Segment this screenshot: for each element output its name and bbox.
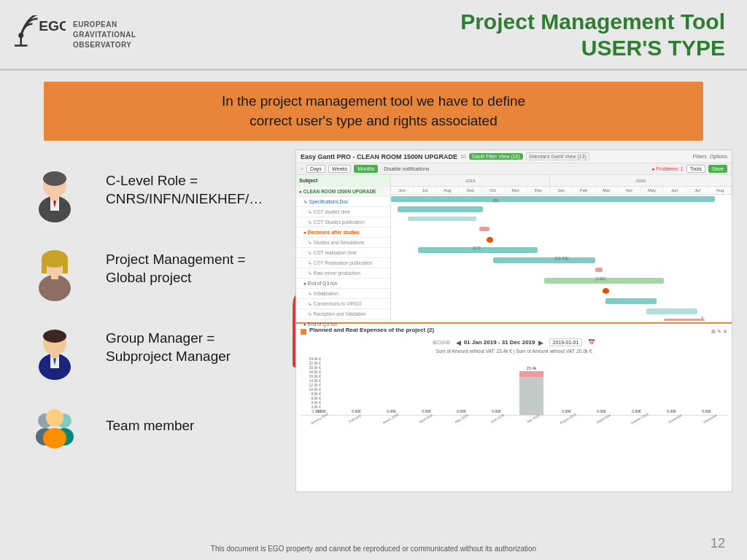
- avatar-clevel: [15, 153, 95, 226]
- slide: EGO EUROPEAN GRAVITATIONAL OBSERVATORY P…: [0, 0, 747, 560]
- bar-col-jan: 0.00€: [304, 357, 338, 415]
- gantt-toolbar: ≡ Days Weeks Months Disable notification…: [296, 163, 732, 175]
- bar-col-feb: 0.00€: [339, 357, 374, 415]
- user-label-pm: Project Management = Global project: [106, 250, 246, 287]
- gantt-chart-area: 2019 2020 Jun Jul Aug Sep Oct Nov Dec Ja…: [391, 175, 732, 321]
- avatar-pm: [15, 232, 95, 305]
- logo-area: EGO EUROPEAN GRAVITATIONAL OBSERVATORY: [15, 15, 136, 55]
- bar-col-nov: 0.00€: [654, 357, 689, 415]
- user-label-gm: Group Manager = Subproject Manager: [106, 329, 231, 366]
- svg-rect-13: [42, 259, 47, 273]
- user-label-clevel: C-Level Role = CNRS/INFN/NIEKHEF/…: [106, 171, 263, 209]
- bar-col-mar: 0.00€: [374, 357, 409, 415]
- svg-point-26: [46, 409, 63, 427]
- gantt-bars: (17) (11.13) (112): [391, 195, 732, 321]
- user-row-gm: Group Manager = Subproject Manager: [15, 311, 285, 384]
- bar-col-apr: 0.00€: [409, 357, 444, 415]
- user-row-clevel: C-Level Role = CNRS/INFN/NIEKHEF/…: [15, 153, 285, 226]
- gantt-months: Jun Jul Aug Sep Oct Nov Dec Jan Feb Mar …: [391, 187, 732, 195]
- svg-point-8: [43, 171, 66, 186]
- user-row-pm: Project Management = Global project: [15, 232, 285, 305]
- bar-col-oct: 0.00€: [619, 357, 654, 415]
- banner: In the project management tool we have t…: [44, 82, 703, 141]
- svg-text:EGO: EGO: [39, 18, 66, 33]
- screenshot-panel: Easy Gantt PRO - CLEAN ROOM 1500N UPGRAD…: [295, 149, 732, 492]
- expense-section: Planned and Real Expenses of the project…: [296, 322, 732, 424]
- slide-title: Project Management Tool USER'S TYPE: [460, 9, 725, 61]
- svg-rect-9: [51, 195, 58, 201]
- user-types-panel: C-Level Role = CNRS/INFN/NIEKHEF/…: [15, 149, 285, 492]
- user-row-team: Team member: [15, 389, 285, 462]
- bar-col-aug: 0.00€: [549, 357, 584, 415]
- gantt-body: Subject ● CLEAN ROOM 1500N UPGRADE ↳ Spe…: [296, 175, 732, 321]
- main-content: C-Level Role = CNRS/INFN/NIEKHEF/…: [0, 149, 747, 492]
- bar-col-sep: 0.00€: [584, 357, 619, 415]
- user-label-team: Team member: [106, 416, 194, 435]
- svg-rect-21: [51, 353, 58, 358]
- screenshot-inner: Easy Gantt PRO - CLEAN ROOM 1500N UPGRAD…: [296, 150, 732, 491]
- logo-text: EUROPEAN GRAVITATIONAL OBSERVATORY: [73, 20, 136, 50]
- svg-point-27: [43, 428, 66, 448]
- date-nav: ◀ 01 Jan 2019 - 31 Dec 2019 ▶: [456, 339, 543, 346]
- bar-col-may: 0.00€: [444, 357, 479, 415]
- banner-text: In the project management tool we have t…: [66, 92, 681, 131]
- bar-col-dec: 0.00€: [689, 357, 724, 415]
- page-number: 12: [711, 536, 725, 551]
- bar-col-jun: 0.00€: [479, 357, 514, 415]
- bar-col-jul: 23.4k: [514, 357, 549, 415]
- svg-point-20: [43, 330, 66, 343]
- avatar-team: [15, 389, 95, 462]
- gantt-header: Easy Gantt PRO - CLEAN ROOM 1500N UPGRAD…: [296, 150, 732, 163]
- footer: This document is EGO property and cannot…: [0, 545, 747, 553]
- ego-logo-icon: EGO: [15, 15, 66, 55]
- svg-rect-14: [63, 259, 68, 273]
- svg-rect-15: [51, 274, 58, 279]
- expense-date-bar: ⊞⊡⊟⊞ ◀ 01 Jan 2019 - 31 Dec 2019 ▶ 2019-…: [301, 338, 727, 346]
- avatar-gm: [15, 311, 95, 384]
- header: EGO EUROPEAN GRAVITATIONAL OBSERVATORY P…: [0, 0, 747, 71]
- title-area: Project Management Tool USER'S TYPE: [460, 9, 725, 61]
- bar-chart: 0.00€ 0.00€ 0.00€: [301, 357, 727, 415]
- gantt-tasks: Subject ● CLEAN ROOM 1500N UPGRADE ↳ Spe…: [296, 175, 391, 321]
